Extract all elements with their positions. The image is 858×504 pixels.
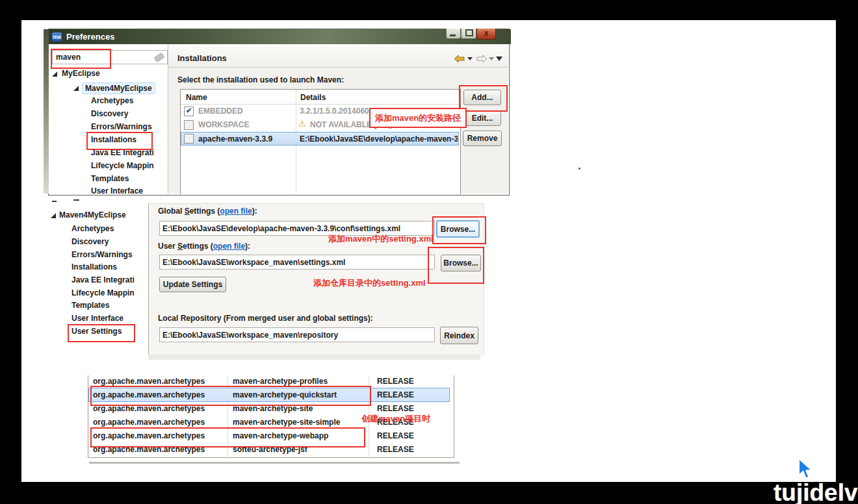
archetype-group[interactable]: org.apache.maven.archetypes [93,377,205,386]
mouse-cursor-icon [796,457,813,482]
back-dropdown-icon[interactable] [467,57,473,60]
annotation-text: 添加maven的安装路径 [375,112,461,124]
tree-item-myeclipse[interactable]: MyEclipse [62,69,100,78]
tree-expand-icon[interactable] [52,71,57,77]
tree-item-errors-warnings[interactable]: Errors/Warnings [72,250,133,259]
local-repository-field[interactable] [159,327,435,342]
search-annotation-box [51,49,111,69]
tree-item-templates[interactable]: Templates [72,301,109,310]
artifact-mark [73,199,79,201]
user-settings-field[interactable] [159,255,435,270]
maximize-button[interactable] [461,29,476,39]
view-menu-icon[interactable] [496,57,502,61]
installation-row-name[interactable]: apache-maven-3.3.9 [198,134,272,144]
archetype-version[interactable]: RELEASE [377,390,414,399]
tree-item-errors-warnings[interactable]: Errors/Warnings [91,122,152,131]
global-settings-label: Global Settings (open file): [158,207,257,216]
archetype-artifact[interactable]: maven-archetype-profiles [233,377,328,386]
forward-dropdown-icon[interactable] [489,57,494,60]
panel-bottom-shadow [148,355,480,360]
remove-button[interactable]: Remove [463,131,502,146]
archetype-group[interactable]: org.apache.maven.archetypes [93,418,205,427]
label-text: ): [245,242,250,251]
minimize-button[interactable] [446,29,461,39]
back-icon[interactable] [454,55,465,63]
create-project-annotation: 创建maven项目时 [361,413,430,425]
close-icon: x [484,29,489,38]
browse-global-annotation-box [432,216,486,244]
webapp-annotation-box [90,427,365,447]
artifact-mark [52,201,57,202]
screenshot-root: { "window": { "title": "Preferences", "a… [0,0,858,504]
select-installation-label: Select the installation used to launch M… [177,75,344,84]
window-title: Preferences [66,32,114,42]
local-repository-label: Local Repository (From merged user and g… [158,314,373,323]
page-title: Installations [177,53,227,63]
tree-expand-icon[interactable] [51,213,56,218]
table-header-separator [181,104,459,105]
browse-user-annotation-box [428,247,484,284]
label-mnemonic: S [177,242,183,251]
tree-item-archetypes[interactable]: Archetypes [72,224,114,233]
label-text: ettings ( [190,207,220,216]
tree-item-maven4myeclipse[interactable]: Maven4MyEclipse [82,82,155,94]
minimize-icon [450,34,456,36]
tree-item-lifecycle-mapping[interactable]: Lifecycle Mappin [91,161,154,170]
tree-item-maven4myeclipse[interactable]: Maven4MyEclipse [59,210,126,220]
tree-expand-icon[interactable] [73,86,79,91]
quickstart-annotation-box [90,386,371,406]
installation-row-details[interactable]: E:\Ebook\JavaSE\develop\apache-maven-3 [300,134,458,144]
label-text: User [158,242,177,251]
archetype-artifact[interactable]: maven-archetype-site-simple [233,418,340,427]
tree-item-user-interface[interactable]: User Interface [91,186,143,195]
watermark-text: tujidelv [774,479,858,504]
checkbox-unchecked-icon[interactable] [184,134,194,144]
column-header-details[interactable]: Details [300,93,326,102]
desktop-edge-strip [44,29,49,194]
installation-row-name[interactable]: WORKSPACE [198,120,249,129]
close-button[interactable]: x [476,29,496,40]
install-path-annotation: 添加maven的安装路径 [369,108,467,128]
column-header-name[interactable]: Name [186,93,207,102]
label-mnemonic: S [185,207,190,216]
archetype-version[interactable]: RELEASE [377,377,414,386]
archetype-version[interactable]: RELEASE [377,404,414,413]
update-settings-button[interactable]: Update Settings [159,277,226,292]
tree-item-user-interface[interactable]: User Interface [72,314,124,323]
pref-header-separator [168,67,508,68]
user-settings-annotation-box [68,324,135,342]
checkbox-unchecked-icon[interactable] [184,120,194,130]
tree-item-javaee-integration[interactable]: Java EE Integrati [72,275,135,284]
edit-button[interactable]: Edit... [463,110,501,126]
label-text: Global [158,207,185,216]
table-drop-shadow [89,462,460,464]
installations-annotation-box [86,132,153,150]
myeclipse-app-icon: me [52,32,62,42]
checkbox-checked-icon[interactable]: ✔ [184,107,194,116]
tree-item-discovery[interactable]: Discovery [72,237,109,246]
installation-row-name[interactable]: EMBEDDED [198,107,243,116]
tree-item-lifecycle-mapping[interactable]: Lifecycle Mappin [72,288,135,297]
reindex-button[interactable]: Reindex [440,327,478,344]
forward-icon[interactable] [476,55,488,63]
tree-item-archetypes[interactable]: Archetypes [91,96,133,105]
archetype-version[interactable]: RELEASE [377,431,414,440]
open-file-link[interactable]: open file [220,207,252,216]
open-file-link[interactable]: open file [213,242,245,251]
window-titlebar: me Preferences [49,29,511,44]
maximize-icon [465,29,473,36]
warning-icon: ⚠ [298,119,306,129]
archetype-version[interactable]: RELEASE [377,445,414,454]
tree-item-installations[interactable]: Installations [72,262,117,271]
artifact-dot [578,168,580,170]
user-settings-annotation: 添加仓库目录中的setting.xml [313,277,426,289]
global-settings-annotation: 添加maven中的setting.xml [328,233,434,245]
tree-item-discovery[interactable]: Discovery [91,109,128,118]
user-settings-label: User Settings (open file): [158,242,250,251]
label-text: ): [252,207,257,216]
label-text: ettings ( [183,242,213,251]
tree-item-templates[interactable]: Templates [91,174,129,183]
